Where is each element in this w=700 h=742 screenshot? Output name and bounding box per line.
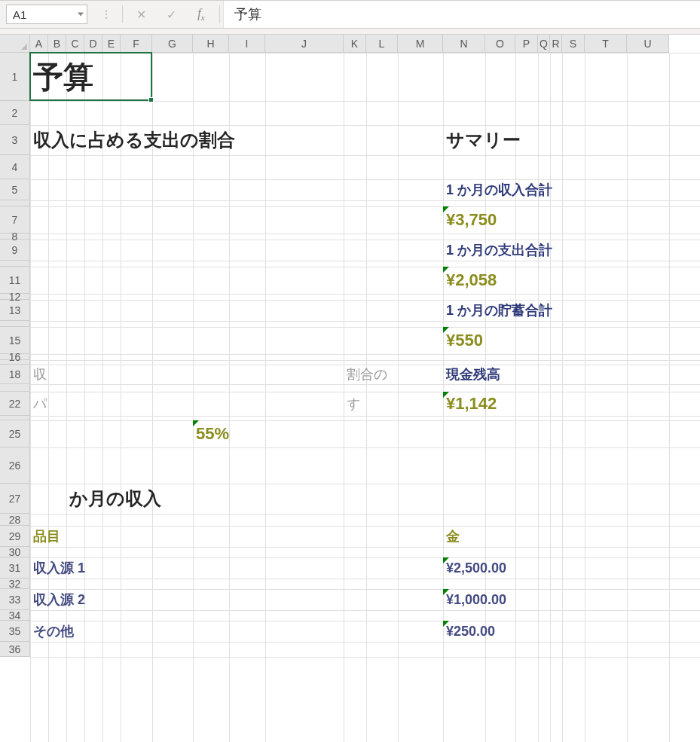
name-box-value: A1 bbox=[13, 8, 26, 21]
row-header-26[interactable]: 26 bbox=[0, 447, 30, 484]
row-header-27[interactable]: 27 bbox=[0, 484, 30, 514]
cell-col-amount[interactable]: 金 bbox=[446, 526, 460, 547]
column-header-N[interactable]: N bbox=[443, 35, 485, 53]
cell-monthly-income-heading[interactable]: か月の収入 bbox=[69, 484, 161, 514]
cell-other-label[interactable]: その他 bbox=[33, 621, 74, 642]
row-header-4[interactable]: 4 bbox=[0, 155, 30, 179]
row-header-9[interactable]: 9 bbox=[0, 240, 30, 261]
cell-trunc-a18[interactable]: 収 bbox=[33, 365, 47, 384]
cell-income-total-value[interactable]: ¥3,750 bbox=[446, 206, 497, 234]
column-header-J[interactable]: J bbox=[265, 35, 344, 53]
cell-grid[interactable]: 予算収入に占める支出の割合サマリー1 か月の収入合計¥3,7501 か月の支出合… bbox=[30, 53, 700, 742]
column-header-D[interactable]: D bbox=[84, 35, 102, 53]
cell-other-value[interactable]: ¥250.00 bbox=[446, 621, 495, 642]
header-gap bbox=[0, 29, 700, 35]
row-header-29[interactable]: 29 bbox=[0, 526, 30, 547]
check-icon: ✓ bbox=[156, 8, 186, 22]
row-header-28[interactable]: 28 bbox=[0, 514, 30, 526]
cell-income-total-label[interactable]: 1 か月の収入合計 bbox=[446, 179, 552, 200]
column-header-K[interactable]: K bbox=[344, 35, 366, 53]
formula-text: 予算 bbox=[234, 5, 261, 23]
expand-dots-icon[interactable]: ⋮ bbox=[93, 9, 119, 20]
row-header-30[interactable]: 30 bbox=[0, 547, 30, 557]
row-header-34[interactable]: 34 bbox=[0, 610, 30, 621]
row-header-x13[interactable] bbox=[0, 321, 30, 327]
column-header-E[interactable]: E bbox=[102, 35, 121, 53]
separator bbox=[219, 5, 220, 23]
cell-cash-label[interactable]: 現金残高 bbox=[446, 365, 500, 384]
row-header-35[interactable]: 35 bbox=[0, 621, 30, 642]
cell-income2-value[interactable]: ¥1,000.00 bbox=[446, 589, 506, 610]
cell-title[interactable]: 予算 bbox=[33, 53, 93, 101]
row-header-16[interactable]: 16 bbox=[0, 354, 30, 360]
cell-savings-total-value[interactable]: ¥550 bbox=[446, 327, 483, 354]
cell-trunc-j22[interactable]: す bbox=[347, 392, 360, 416]
column-headers: ABCDEFGHIJKLMNOPQRSTU bbox=[30, 35, 700, 53]
chevron-down-icon[interactable] bbox=[78, 13, 84, 17]
cell-cash-value[interactable]: ¥1,142 bbox=[446, 392, 497, 416]
select-all-corner[interactable] bbox=[0, 35, 30, 53]
cell-summary-heading[interactable]: サマリー bbox=[446, 125, 521, 155]
name-box[interactable]: A1 bbox=[6, 5, 87, 24]
separator bbox=[122, 5, 123, 23]
column-header-U[interactable]: U bbox=[627, 35, 669, 53]
row-header-22[interactable]: 22 bbox=[0, 392, 30, 416]
row-header-36[interactable]: 36 bbox=[0, 642, 30, 657]
row-header-3[interactable]: 3 bbox=[0, 125, 30, 155]
column-header-P[interactable]: P bbox=[515, 35, 538, 53]
cancel-icon: ✕ bbox=[126, 8, 156, 22]
row-header-x18[interactable] bbox=[0, 384, 30, 392]
column-header-C[interactable]: C bbox=[66, 35, 84, 53]
row-headers: 1234578911121315161822252627282930313233… bbox=[0, 53, 30, 742]
row-header-25[interactable]: 25 bbox=[0, 420, 30, 447]
cell-trunc-j18[interactable]: 割合の bbox=[347, 365, 387, 384]
column-header-F[interactable]: F bbox=[121, 35, 152, 53]
cell-expense-total-label[interactable]: 1 か月の支出合計 bbox=[446, 240, 552, 261]
formula-bar: A1 ⋮ ✕ ✓ fx 予算 bbox=[0, 0, 700, 29]
row-header-32[interactable]: 32 bbox=[0, 579, 30, 589]
column-header-G[interactable]: G bbox=[152, 35, 193, 53]
column-header-H[interactable]: H bbox=[193, 35, 229, 53]
formula-input[interactable]: 予算 bbox=[223, 1, 700, 28]
column-header-M[interactable]: M bbox=[398, 35, 443, 53]
row-header-33[interactable]: 33 bbox=[0, 589, 30, 610]
column-header-T[interactable]: T bbox=[585, 35, 627, 53]
row-header-12[interactable]: 12 bbox=[0, 294, 30, 300]
fx-icon[interactable]: fx bbox=[186, 7, 216, 22]
cell-savings-total-label[interactable]: 1 か月の貯蓄合計 bbox=[446, 300, 552, 321]
row-header-18[interactable]: 18 bbox=[0, 365, 30, 384]
column-header-B[interactable]: B bbox=[48, 35, 66, 53]
column-header-L[interactable]: L bbox=[366, 35, 398, 53]
row-header-8[interactable]: 8 bbox=[0, 234, 30, 240]
cell-income1-label[interactable]: 収入源 1 bbox=[33, 557, 85, 579]
cell-expense-total-value[interactable]: ¥2,058 bbox=[446, 267, 497, 294]
cell-income1-value[interactable]: ¥2,500.00 bbox=[446, 557, 506, 579]
row-header-x9[interactable] bbox=[0, 261, 30, 267]
column-header-I[interactable]: I bbox=[229, 35, 265, 53]
column-header-Q[interactable]: Q bbox=[538, 35, 550, 53]
row-header-31[interactable]: 31 bbox=[0, 557, 30, 579]
row-header-1[interactable]: 1 bbox=[0, 53, 30, 101]
row-header-x5[interactable] bbox=[0, 200, 30, 206]
column-header-S[interactable]: S bbox=[562, 35, 585, 53]
row-header-2[interactable]: 2 bbox=[0, 101, 30, 125]
cell-trunc-a22[interactable]: パ bbox=[33, 392, 47, 416]
column-header-A[interactable]: A bbox=[30, 35, 48, 53]
column-header-R[interactable]: R bbox=[550, 35, 562, 53]
cell-ratio-heading[interactable]: 収入に占める支出の割合 bbox=[33, 125, 235, 155]
cell-col-item[interactable]: 品目 bbox=[33, 526, 60, 547]
column-header-O[interactable]: O bbox=[485, 35, 515, 53]
cell-income2-label[interactable]: 収入源 2 bbox=[33, 589, 85, 610]
row-header-5[interactable]: 5 bbox=[0, 179, 30, 200]
spreadsheet-area[interactable]: ABCDEFGHIJKLMNOPQRSTU 123457891112131516… bbox=[0, 29, 700, 742]
row-header-13[interactable]: 13 bbox=[0, 300, 30, 321]
cell-percent[interactable]: 55% bbox=[196, 420, 229, 447]
